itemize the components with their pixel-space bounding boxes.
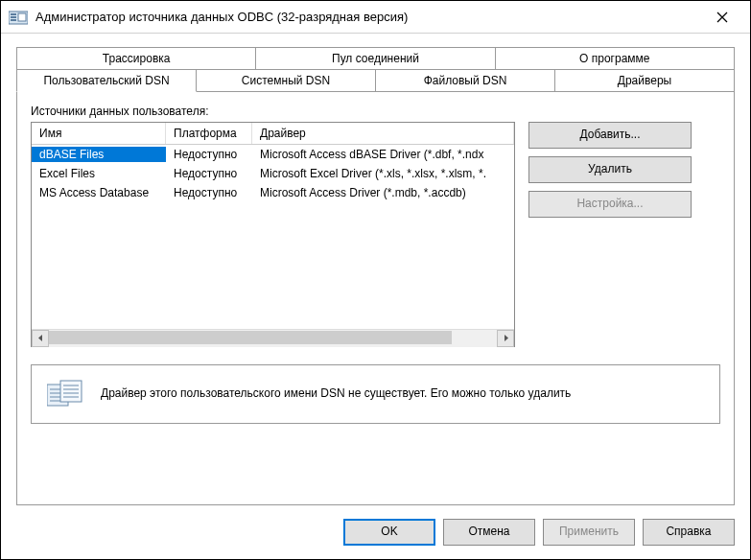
window-title: Администратор источника данных ODBC (32-…	[35, 10, 700, 24]
list-label: Источники данных пользователя:	[31, 105, 720, 118]
side-buttons: Добавить... Удалить Настройка...	[528, 122, 692, 347]
tab-row-bottom: Пользовательский DSN Системный DSN Файло…	[16, 69, 735, 92]
titlebar: Администратор источника данных ODBC (32-…	[1, 1, 750, 34]
svg-rect-14	[60, 381, 82, 402]
app-icon	[9, 10, 28, 25]
svg-marker-7	[38, 335, 42, 341]
list-row[interactable]: Excel Files Недоступно Microsoft Excel D…	[32, 164, 514, 183]
svg-rect-4	[18, 13, 26, 21]
cell-name: Excel Files	[32, 166, 166, 181]
odbc-admin-window: Администратор источника данных ODBC (32-…	[0, 0, 751, 560]
tab-file-dsn[interactable]: Файловый DSN	[376, 69, 555, 92]
tab-about[interactable]: О программе	[496, 47, 735, 69]
tab-trace[interactable]: Трассировка	[16, 47, 256, 69]
col-header-driver[interactable]: Драйвер	[252, 123, 514, 144]
help-button[interactable]: Справка	[643, 519, 735, 546]
dsn-list[interactable]: Имя Платформа Драйвер dBASE Files Недост…	[31, 122, 515, 347]
cell-driver: Microsoft Excel Driver (*.xls, *.xlsx, *…	[252, 166, 514, 181]
tab-panel: Источники данных пользователя: Имя Платф…	[16, 91, 735, 505]
remove-button[interactable]: Удалить	[528, 156, 692, 183]
list-row[interactable]: dBASE Files Недоступно Microsoft Access …	[32, 145, 514, 164]
list-row[interactable]: MS Access Database Недоступно Microsoft …	[32, 183, 514, 202]
tab-user-dsn[interactable]: Пользовательский DSN	[16, 69, 197, 92]
dialog-buttons: OK Отмена Применить Справка	[16, 519, 735, 546]
info-box: Драйвер этого пользовательского имени DS…	[31, 364, 720, 424]
list-header: Имя Платформа Драйвер	[32, 123, 514, 145]
svg-rect-3	[11, 19, 16, 21]
cell-name: MS Access Database	[32, 185, 166, 200]
cell-platform: Недоступно	[166, 185, 252, 200]
ok-button[interactable]: OK	[343, 519, 435, 546]
tab-pool[interactable]: Пул соединений	[256, 47, 495, 69]
scroll-right-arrow[interactable]	[497, 330, 514, 347]
horizontal-scrollbar[interactable]	[32, 329, 514, 346]
configure-button: Настройка...	[528, 191, 692, 218]
col-header-platform[interactable]: Платформа	[166, 123, 252, 144]
cell-name: dBASE Files	[32, 147, 166, 162]
svg-rect-2	[11, 16, 16, 18]
apply-button: Применить	[543, 519, 635, 546]
svg-marker-8	[505, 335, 508, 341]
cell-platform: Недоступно	[166, 147, 252, 162]
scroll-track[interactable]	[49, 330, 497, 347]
tab-system-dsn[interactable]: Системный DSN	[197, 69, 376, 92]
scroll-thumb[interactable]	[49, 331, 452, 344]
cancel-button[interactable]: Отмена	[443, 519, 535, 546]
svg-rect-1	[11, 13, 16, 15]
cell-driver: Microsoft Access Driver (*.mdb, *.accdb)	[252, 185, 514, 200]
main-row: Имя Платформа Драйвер dBASE Files Недост…	[31, 122, 720, 347]
datasource-icon	[47, 379, 83, 409]
scroll-left-arrow[interactable]	[32, 330, 49, 347]
close-button[interactable]	[700, 3, 744, 32]
tab-drivers[interactable]: Драйверы	[555, 69, 735, 92]
cell-platform: Недоступно	[166, 166, 252, 181]
col-header-name[interactable]: Имя	[32, 123, 166, 144]
tab-row-top: Трассировка Пул соединений О программе	[16, 47, 735, 69]
add-button[interactable]: Добавить...	[528, 122, 692, 149]
cell-driver: Microsoft Access dBASE Driver (*.dbf, *.…	[252, 147, 514, 162]
dialog-content: Трассировка Пул соединений О программе П…	[1, 34, 750, 559]
info-text: Драйвер этого пользовательского имени DS…	[101, 386, 571, 402]
list-body: dBASE Files Недоступно Microsoft Access …	[32, 145, 514, 329]
